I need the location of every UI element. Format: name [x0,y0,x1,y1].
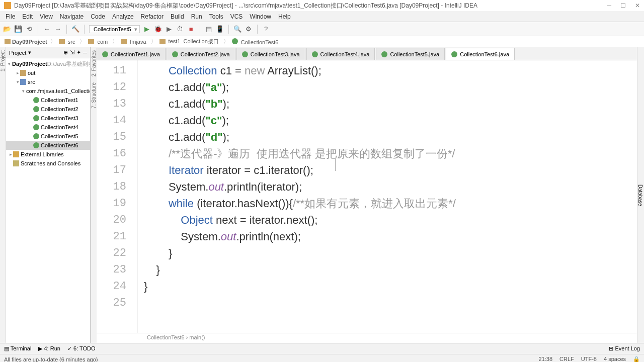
event-log-tool[interactable]: ⊞ Event Log [609,345,640,352]
menu-window[interactable]: Window [246,12,275,21]
profile-icon[interactable]: ⏱ [176,25,184,33]
tab[interactable]: CollectionTest5.java [376,48,445,60]
caret-position[interactable]: 21:38 [539,356,553,362]
target-icon[interactable]: ⊕ [63,49,68,56]
tree-file: CollectionTest3 [6,114,90,123]
hide-icon[interactable]: ─ [83,50,87,56]
editor-tabs: CollectionTest1.java CollectionTest2.jav… [97,47,637,60]
crumb-file[interactable]: CollectionTest6 [230,38,282,45]
tab[interactable]: CollectionTest1.java [97,48,166,60]
left-tool-stack2: 2: Favorites 7: Structure [91,47,97,343]
help-icon[interactable]: ? [262,25,270,33]
project-panel: Project ▾ ⊕ ⇲ ✦ ─ ▾Day09Project D:\Java零… [6,47,91,343]
encoding[interactable]: UTF-8 [581,356,597,362]
menu-navigate[interactable]: Navigate [56,12,87,21]
title-bar: Day09Project [D:\Java零基础到项目实战架构\day09-集合… [0,0,644,11]
panel-title: Project [9,50,26,56]
tool-structure[interactable]: 7: Structure [91,79,97,112]
tree-file: CollectionTest5 [6,132,90,141]
forward-icon[interactable]: → [54,25,62,33]
debug-icon[interactable]: 🐞 [154,25,162,33]
project-tree[interactable]: ▾Day09Project D:\Java零基础到项目系 ▸out ▾src ▾… [6,58,90,343]
app-icon [4,2,11,9]
close-icon[interactable]: ✕ [635,2,640,9]
menu-file[interactable]: File [2,12,19,21]
tool-favorites[interactable]: 2: Favorites [91,47,97,79]
status-bar: All files are up-to-date (6 minutes ago)… [0,354,644,362]
indent[interactable]: 4 spaces [604,356,626,362]
editor-breadcrumb[interactable]: CollectionTest6 › main() [97,333,637,343]
menu-build[interactable]: Build [167,12,188,21]
back-icon[interactable]: ← [43,25,51,33]
crumb-fmjava[interactable]: fmjava [119,39,149,45]
code-content[interactable]: Collection c1 = new ArrayList(); c1.add(… [138,60,637,333]
tool-database[interactable]: Database [637,47,643,343]
lock-icon[interactable]: 🔒 [633,356,640,362]
menu-refactor[interactable]: Refactor [137,12,167,21]
run-config-select[interactable]: CollectionTest5 [89,25,140,33]
sync-icon[interactable]: ⟲ [25,25,33,33]
tree-file-active: CollectionTest6 [6,141,90,150]
stop-icon[interactable]: ■ [187,25,195,33]
toolbar: 📂 💾 ⟲ ← → 🔨 CollectionTest5 ▶ 🐞 ▶ ⏱ ■ ▤ … [0,22,644,36]
menu-edit[interactable]: Edit [19,12,36,21]
run-tool[interactable]: ▶ 4: Run [38,345,60,352]
tab[interactable]: CollectionTest4.java [306,48,375,60]
settings-icon[interactable]: ⚙ [245,25,253,33]
menu-bar: File Edit View Navigate Code Analyze Ref… [0,11,644,22]
tab[interactable]: CollectionTest2.java [167,48,235,60]
tree-file: CollectionTest2 [6,105,90,114]
tree-file: CollectionTest1 [6,96,90,105]
terminal-tool[interactable]: ▤ Terminal [4,345,31,352]
left-tool-stack: 1: Project [0,47,6,343]
avd-icon[interactable]: 📱 [216,25,224,33]
structure-icon[interactable]: ▤ [205,25,213,33]
tab[interactable]: CollectionTest3.java [236,48,305,60]
crumb-project[interactable]: Day09Project [3,39,49,45]
gear-icon[interactable]: ✦ [76,49,81,56]
window-title: Day09Project [D:\Java零基础到项目实战架构\day09-集合… [14,2,477,10]
tab-active[interactable]: CollectionTest6.java [446,48,515,60]
save-icon[interactable]: 💾 [14,25,22,33]
run-icon[interactable]: ▶ [143,25,151,33]
tool-project-label[interactable]: 1: Project [0,47,6,74]
tree-file: CollectionTest4 [6,123,90,132]
menu-vcs[interactable]: VCS [227,12,247,21]
crumb-com[interactable]: com [87,39,111,45]
menu-help[interactable]: Help [275,12,294,21]
line-gutter: 11 12 13 14 15 16 17 18 19 20 21 22 23 2… [97,60,138,333]
menu-code[interactable]: Code [87,12,109,21]
text-caret [336,159,336,171]
menu-run[interactable]: Run [188,12,206,21]
collapse-icon[interactable]: ⇲ [70,49,74,56]
crumb-src[interactable]: src [57,39,78,45]
crumb-pkg[interactable]: test1_Collection接口 [158,38,222,45]
bottom-tool-bar: ▤ Terminal ▶ 4: Run ✓ 6: TODO ⊞ Event Lo… [0,343,644,354]
menu-analyze[interactable]: Analyze [109,12,137,21]
build-icon[interactable]: 🔨 [71,25,79,33]
line-separator[interactable]: CRLF [559,356,574,362]
nav-breadcrumb: Day09Project〉 src〉 com〉 fmjava〉 test1_Co… [0,36,644,47]
menu-view[interactable]: View [36,12,56,21]
status-message: All files are up-to-date (6 minutes ago) [4,356,98,363]
menu-tools[interactable]: Tools [206,12,227,21]
maximize-icon[interactable]: ☐ [620,2,626,9]
open-icon[interactable]: 📂 [3,25,11,33]
search-icon[interactable]: 🔍 [233,25,242,33]
right-tool-stack: Database Maven [637,47,644,343]
todo-tool[interactable]: ✓ 6: TODO [67,345,96,352]
minimize-icon[interactable]: ─ [607,2,611,9]
chevron-down-icon[interactable]: ▾ [28,49,31,56]
coverage-icon[interactable]: ▶ [165,25,173,33]
editor-area: CollectionTest1.java CollectionTest2.jav… [97,47,637,343]
code-editor[interactable]: 11 12 13 14 15 16 17 18 19 20 21 22 23 2… [97,60,637,333]
